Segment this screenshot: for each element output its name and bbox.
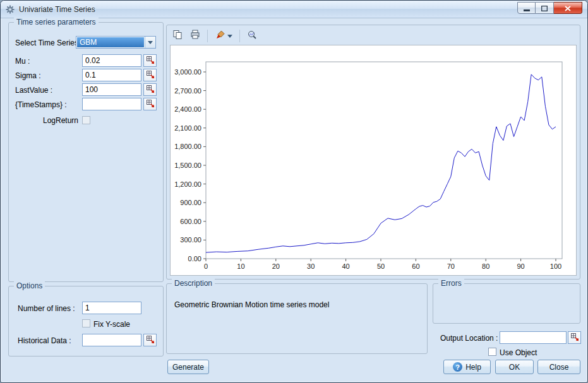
svg-text:2,700.00: 2,700.00 [174, 87, 201, 95]
lastvalue-label: LastValue : [15, 86, 52, 95]
svg-text:80: 80 [482, 262, 489, 270]
help-button-label: Help [465, 363, 481, 372]
fix-yscale-checkbox[interactable] [82, 319, 90, 327]
errors-group: Errors [433, 283, 580, 324]
range-picker-icon [146, 56, 155, 66]
select-time-series-label: Select Time Series: [15, 38, 80, 47]
timestamps-label: {TimeStamps} : [15, 100, 67, 109]
mu-range-picker-button[interactable] [143, 54, 157, 67]
time-series-parameters-group-label: Time series parameters [14, 18, 99, 27]
close-dialog-button[interactable]: Close [537, 360, 580, 374]
range-picker-icon [570, 333, 579, 343]
svg-text:600.00: 600.00 [180, 218, 201, 225]
output-location-range-picker-button[interactable] [568, 331, 581, 344]
chart-panel: 0.00300.00600.00900.001,200.001,500.001,… [166, 25, 580, 280]
output-location-input[interactable] [500, 331, 567, 344]
description-group: Description Geometric Brownian Motion ti… [166, 283, 428, 354]
errors-group-label: Errors [438, 279, 464, 288]
time-series-combobox[interactable]: GBM [76, 36, 156, 49]
sigma-label: Sigma : [15, 71, 41, 80]
svg-text:1,800.00: 1,800.00 [174, 143, 201, 150]
options-group-label: Options [14, 281, 45, 290]
svg-text:60: 60 [412, 262, 419, 270]
lastvalue-input[interactable] [82, 83, 141, 96]
range-picker-icon [146, 70, 155, 81]
sigma-range-picker-button[interactable] [143, 69, 157, 81]
app-icon [5, 4, 15, 15]
maximize-icon [541, 3, 548, 14]
timestamps-input[interactable] [82, 98, 141, 110]
copy-icon [172, 30, 183, 42]
help-button[interactable]: ? Help [443, 360, 491, 374]
description-text: Geometric Brownian Motion time series mo… [174, 300, 329, 309]
svg-text:70: 70 [447, 262, 455, 270]
fix-yscale-label: Fix Y-scale [93, 320, 130, 329]
svg-text:40: 40 [342, 262, 349, 270]
toolbar-separator [239, 30, 240, 42]
svg-text:30: 30 [307, 262, 315, 270]
range-picker-icon [146, 335, 155, 346]
logreturn-label: LogReturn [15, 116, 78, 125]
number-of-lines-input[interactable] [82, 302, 141, 314]
generate-button[interactable]: Generate [167, 360, 209, 374]
svg-text:300.00: 300.00 [180, 236, 201, 244]
historical-data-input[interactable] [82, 334, 141, 346]
mu-input[interactable] [82, 54, 141, 67]
ok-button[interactable]: OK [495, 360, 534, 374]
chevron-down-icon [148, 41, 153, 44]
svg-text:50: 50 [377, 262, 385, 270]
window-title: Univariate Time Series [19, 5, 95, 14]
use-object-checkbox[interactable] [488, 348, 496, 356]
maximize-button[interactable] [536, 2, 554, 14]
print-icon [190, 30, 200, 42]
logreturn-checkbox[interactable] [82, 116, 90, 124]
window-controls [517, 2, 582, 14]
help-icon: ? [453, 362, 462, 372]
timestamps-range-picker-button[interactable] [143, 98, 157, 110]
description-group-label: Description [172, 279, 215, 288]
zoom-button[interactable] [245, 29, 259, 43]
titlebar[interactable]: Univariate Time Series [1, 1, 587, 18]
svg-text:900.00: 900.00 [180, 199, 201, 206]
zoom-icon [247, 30, 257, 42]
output-location-label: Output Location : [440, 334, 498, 343]
brush-dropdown-arrow-icon[interactable] [227, 35, 232, 38]
copy-button[interactable] [171, 29, 184, 43]
use-object-label: Use Object [500, 348, 537, 357]
svg-text:1,500.00: 1,500.00 [174, 162, 201, 169]
close-button[interactable] [554, 2, 582, 14]
time-series-parameters-group: Time series parameters Select Time Serie… [8, 22, 164, 282]
svg-text:100: 100 [550, 262, 561, 270]
minimize-icon [524, 3, 530, 14]
svg-text:3,000.00: 3,000.00 [174, 68, 201, 76]
svg-text:20: 20 [272, 262, 280, 270]
range-picker-icon [146, 85, 155, 95]
svg-text:2,400.00: 2,400.00 [174, 105, 201, 113]
options-group: Options Number of lines : Fix Y-scale Hi… [8, 286, 164, 356]
svg-text:1,200.00: 1,200.00 [174, 180, 201, 188]
minimize-button[interactable] [517, 2, 536, 14]
brush-style-button[interactable] [213, 29, 234, 43]
gbm-line-chart: 0.00300.00600.00900.001,200.001,500.001,… [171, 45, 576, 275]
mu-label: Mu : [15, 57, 30, 66]
historical-data-range-picker-button[interactable] [143, 334, 157, 346]
combobox-dropdown-button[interactable] [145, 37, 155, 48]
print-button[interactable] [188, 29, 202, 43]
chart-toolbar [171, 28, 259, 44]
number-of-lines-label: Number of lines : [18, 304, 75, 313]
range-picker-icon [146, 99, 155, 110]
sigma-input[interactable] [82, 69, 141, 81]
svg-text:2,100.00: 2,100.00 [174, 124, 201, 132]
toolbar-separator [207, 30, 208, 42]
lastvalue-range-picker-button[interactable] [143, 83, 157, 96]
svg-text:0.00: 0.00 [188, 255, 201, 262]
combobox-selected-value: GBM [77, 37, 144, 47]
svg-text:0: 0 [204, 262, 208, 270]
svg-text:10: 10 [237, 262, 244, 270]
historical-data-label: Historical Data : [18, 336, 71, 345]
close-icon [565, 3, 571, 14]
chart-canvas[interactable]: 0.00300.00600.00900.001,200.001,500.001,… [170, 45, 577, 276]
univariate-time-series-window: Univariate Time Series Time series param… [0, 0, 588, 383]
brush-icon [215, 30, 225, 42]
svg-text:90: 90 [517, 262, 524, 270]
